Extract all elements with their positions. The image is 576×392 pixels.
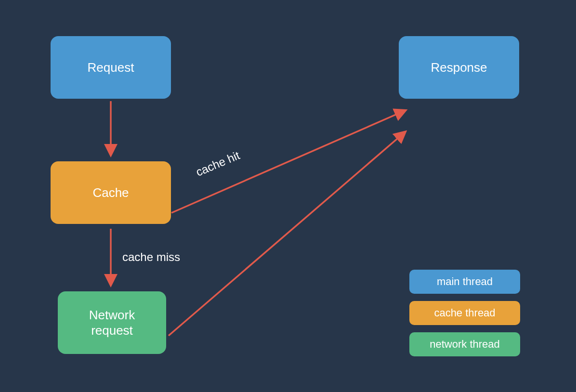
- legend-cache-thread-label: cache thread: [434, 307, 495, 319]
- diagram-canvas: Request Cache Network request Response c…: [0, 0, 576, 392]
- node-network-request: Network request: [58, 291, 166, 354]
- node-cache: Cache: [51, 161, 171, 224]
- node-cache-label: Cache: [92, 185, 129, 201]
- legend-network-thread: network thread: [409, 332, 520, 356]
- node-request-label: Request: [88, 60, 134, 76]
- legend-network-thread-label: network thread: [430, 338, 500, 351]
- edge-label-cache-hit: cache hit: [194, 149, 242, 179]
- legend-main-thread: main thread: [409, 270, 520, 294]
- node-response: Response: [399, 36, 519, 99]
- legend-cache-thread: cache thread: [409, 301, 520, 325]
- node-request: Request: [51, 36, 171, 99]
- node-network-request-label: Network request: [89, 307, 135, 339]
- legend-main-thread-label: main thread: [437, 275, 493, 288]
- edge-label-cache-miss: cache miss: [122, 250, 180, 264]
- node-response-label: Response: [431, 60, 487, 76]
